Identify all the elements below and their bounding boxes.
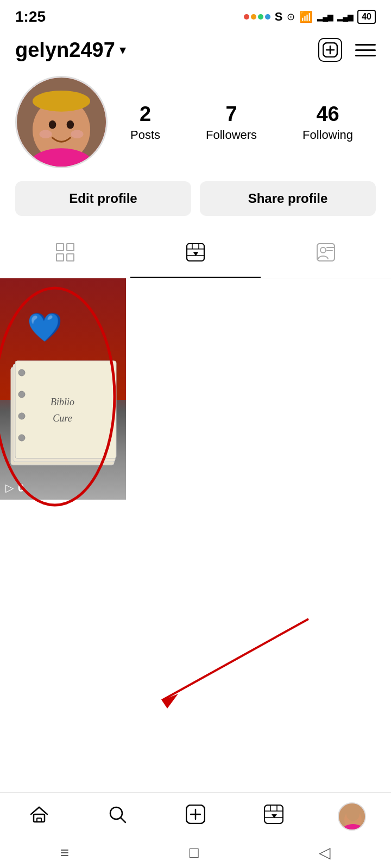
profile-avatar[interactable] [15, 76, 108, 168]
svg-rect-12 [67, 244, 74, 251]
tab-reels[interactable] [130, 232, 261, 278]
svg-rect-13 [56, 254, 64, 261]
svg-line-40 [121, 818, 125, 822]
followers-count: 7 [225, 103, 237, 126]
wifi-icon: 📶 [299, 10, 313, 23]
video-background: 💙 Biblio Cure [0, 278, 126, 500]
status-time: 1:25 [15, 8, 46, 25]
svg-point-10 [71, 130, 83, 138]
menu-line [355, 44, 376, 46]
svg-point-28 [18, 369, 25, 376]
bottom-navigation: ≡ □ ◁ [0, 792, 391, 868]
nav-home[interactable] [17, 800, 61, 833]
nav-search[interactable] [96, 800, 139, 833]
svg-point-30 [18, 413, 25, 419]
reels-icon [186, 243, 205, 266]
chevron-down-icon[interactable]: ▾ [119, 42, 126, 58]
profile-section: 2 Posts 7 Followers 46 Following Edit pr… [0, 71, 391, 227]
tab-grid[interactable] [0, 232, 130, 278]
svg-rect-14 [67, 254, 74, 261]
svg-rect-11 [56, 244, 64, 251]
shop-icon: S [275, 10, 283, 24]
menu-line [355, 49, 376, 51]
svg-point-9 [39, 130, 52, 138]
dot-icon [265, 14, 270, 20]
share-profile-button[interactable]: Share profile [200, 181, 376, 216]
avatar-image [17, 78, 106, 167]
dot-icon [251, 14, 256, 20]
following-stat[interactable]: 46 Following [302, 103, 353, 142]
content-spacer [0, 500, 391, 662]
svg-point-6 [49, 120, 56, 129]
username-container[interactable]: gelyn2497 ▾ [15, 39, 126, 62]
heart-sticker: 💙 [27, 311, 62, 344]
colorful-status-icons [244, 14, 270, 20]
svg-point-31 [18, 435, 25, 441]
tab-tagged[interactable] [261, 232, 391, 278]
view-count: 0 [18, 482, 24, 494]
nav-items [0, 793, 391, 838]
play-icon: ▷ [5, 481, 14, 494]
menu-line [355, 55, 376, 56]
android-menu-btn[interactable]: ≡ [60, 844, 69, 861]
profile-stats-row: 2 Posts 7 Followers 46 Following [15, 76, 376, 168]
tabs-container [0, 232, 391, 278]
content-area: 💙 Biblio Cure [0, 278, 391, 500]
android-nav-bar: ≡ □ ◁ [0, 838, 391, 868]
action-buttons: Edit profile Share profile [15, 181, 376, 216]
followers-stat[interactable]: 7 Followers [206, 103, 257, 142]
android-back-btn[interactable]: ◁ [319, 844, 331, 861]
nav-profile[interactable] [330, 800, 374, 833]
nav-profile-avatar [338, 802, 366, 831]
followers-label: Followers [206, 128, 257, 142]
svg-point-29 [18, 391, 25, 398]
svg-text:Biblio: Biblio [51, 397, 74, 407]
edit-profile-button[interactable]: Edit profile [15, 181, 191, 216]
dot-icon [244, 14, 249, 20]
camera-icon: ⊙ [287, 11, 295, 23]
posts-label: Posts [130, 128, 160, 142]
create-icon [186, 805, 205, 829]
signal-icon: ▂▄▆ [317, 12, 333, 21]
stats-container: 2 Posts 7 Followers 46 Following [108, 103, 376, 142]
battery-indicator: 40 [357, 10, 376, 24]
svg-rect-27 [15, 361, 116, 458]
following-count: 46 [316, 103, 339, 126]
svg-text:Cure: Cure [53, 413, 72, 424]
search-icon [108, 805, 127, 829]
following-label: Following [302, 128, 353, 142]
svg-point-22 [320, 247, 326, 253]
nav-reels[interactable] [252, 800, 295, 833]
nav-create[interactable] [174, 800, 217, 833]
svg-point-52 [346, 808, 360, 821]
create-post-icon[interactable] [318, 38, 342, 62]
video-thumbnail[interactable]: 💙 Biblio Cure [0, 278, 126, 500]
reels-nav-icon [264, 805, 283, 829]
grid-icon [56, 243, 74, 266]
svg-marker-36 [162, 694, 178, 709]
posts-stat[interactable]: 2 Posts [130, 103, 160, 142]
svg-point-5 [33, 91, 90, 112]
status-icons: S ⊙ 📶 ▂▄▆ ▂▄▆ 40 [244, 10, 376, 24]
header-actions [318, 38, 376, 62]
dot-icon [258, 14, 263, 20]
username-text: gelyn2497 [15, 39, 115, 62]
signal-icon-2: ▂▄▆ [337, 12, 353, 21]
svg-rect-21 [317, 244, 335, 261]
status-bar: 1:25 S ⊙ 📶 ▂▄▆ ▂▄▆ 40 [0, 0, 391, 33]
app-header: gelyn2497 ▾ [0, 33, 391, 71]
tagged-icon [317, 243, 335, 266]
svg-point-7 [67, 120, 74, 129]
home-icon [29, 805, 49, 829]
posts-count: 2 [140, 103, 151, 126]
hamburger-menu-icon[interactable] [355, 44, 376, 56]
android-home-btn[interactable]: □ [190, 844, 199, 861]
video-controls: ▷ 0 [5, 481, 24, 494]
notebook-visual: Biblio Cure [5, 351, 121, 473]
